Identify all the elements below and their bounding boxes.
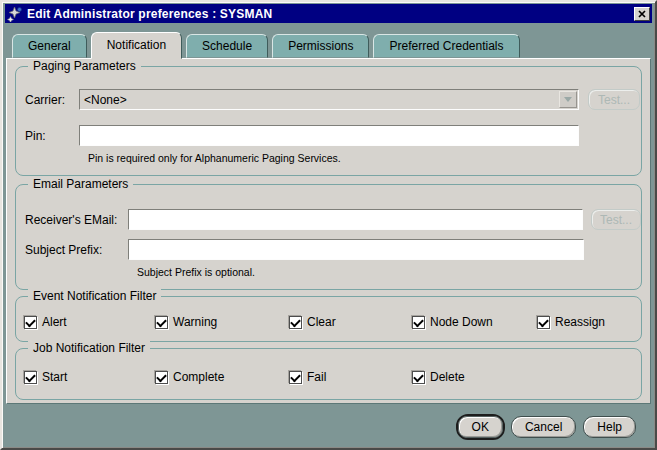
subject-prefix-label: Subject Prefix: (25, 243, 128, 257)
pin-row: Pin: (16, 125, 641, 146)
checkbox-label: Clear (307, 315, 336, 329)
tab-content-panel: Paging Parameters Carrier: <None> Test..… (6, 58, 651, 404)
checkbox-box-icon[interactable] (155, 316, 168, 329)
close-button[interactable] (634, 7, 650, 21)
checkbox-box-icon[interactable] (155, 371, 168, 384)
paging-parameters-group: Paging Parameters Carrier: <None> Test..… (15, 66, 642, 176)
paging-test-button[interactable]: Test... (588, 89, 640, 110)
checkbox-fail[interactable]: Fail (289, 370, 412, 384)
ok-default-ring: OK (456, 414, 505, 440)
checkbox-label: Warning (173, 315, 217, 329)
checkbox-delete[interactable]: Delete (412, 370, 537, 384)
paging-parameters-legend: Paging Parameters (28, 59, 141, 73)
checkbox-clear[interactable]: Clear (289, 315, 412, 329)
receiver-email-label: Receiver's EMail: (25, 213, 128, 227)
checkbox-warning[interactable]: Warning (155, 315, 289, 329)
receiver-email-row: Receiver's EMail: Test... (16, 209, 641, 230)
dialog-window: Edit Administrator preferences : SYSMAN … (0, 0, 657, 450)
tab-preferred-credentials[interactable]: Preferred Credentials (373, 34, 519, 58)
event-filter-legend: Event Notification Filter (28, 289, 161, 303)
event-notification-filter-group: Event Notification Filter Alert Warning … (15, 296, 642, 342)
help-button[interactable]: Help (583, 416, 636, 438)
checkbox-label: Complete (173, 370, 224, 384)
receiver-email-input[interactable] (128, 209, 583, 230)
pin-note: Pin is required only for Alphanumeric Pa… (88, 152, 641, 164)
app-icon (7, 6, 23, 22)
checkbox-complete[interactable]: Complete (155, 370, 289, 384)
close-icon (638, 10, 646, 18)
cancel-button[interactable]: Cancel (511, 416, 576, 438)
checkbox-label: Fail (307, 370, 326, 384)
event-filter-row: Alert Warning Clear Node Down Reassign (16, 315, 641, 329)
job-filter-legend: Job Notification Filter (28, 341, 150, 355)
job-filter-row: Start Complete Fail Delete (16, 370, 641, 384)
checkbox-reassign[interactable]: Reassign (537, 315, 605, 329)
checkbox-label: Reassign (555, 315, 605, 329)
button-bar: OK Cancel Help (2, 404, 655, 450)
carrier-label: Carrier: (25, 93, 79, 107)
window-title: Edit Administrator preferences : SYSMAN (27, 7, 272, 21)
checkbox-label: Node Down (430, 315, 493, 329)
checkbox-box-icon[interactable] (412, 316, 425, 329)
tab-schedule[interactable]: Schedule (186, 34, 268, 58)
subject-prefix-input[interactable] (128, 239, 584, 260)
carrier-row: Carrier: <None> Test... (16, 89, 641, 110)
email-parameters-legend: Email Parameters (28, 177, 133, 191)
subject-prefix-note: Subject Prefix is optional. (137, 266, 641, 278)
checkbox-box-icon[interactable] (289, 371, 302, 384)
checkbox-alert[interactable]: Alert (24, 315, 155, 329)
titlebar[interactable]: Edit Administrator preferences : SYSMAN (5, 4, 652, 23)
checkbox-node-down[interactable]: Node Down (412, 315, 537, 329)
carrier-selected-value: <None> (80, 93, 559, 107)
checkbox-start[interactable]: Start (24, 370, 155, 384)
pin-input[interactable] (79, 125, 579, 146)
tab-general[interactable]: General (12, 34, 87, 58)
checkbox-box-icon[interactable] (24, 316, 37, 329)
tab-bar: General Notification Schedule Permission… (2, 23, 655, 58)
job-notification-filter-group: Job Notification Filter Start Complete F… (15, 348, 642, 400)
ok-button[interactable]: OK (458, 416, 503, 438)
checkbox-box-icon[interactable] (24, 371, 37, 384)
checkbox-label: Alert (42, 315, 67, 329)
pin-label: Pin: (25, 129, 79, 143)
subject-prefix-row: Subject Prefix: (16, 239, 641, 260)
email-parameters-group: Email Parameters Receiver's EMail: Test.… (15, 184, 642, 290)
checkbox-box-icon[interactable] (289, 316, 302, 329)
email-test-button[interactable]: Test... (591, 209, 641, 230)
checkbox-label: Start (42, 370, 67, 384)
tab-notification[interactable]: Notification (91, 32, 182, 59)
carrier-select[interactable]: <None> (79, 89, 579, 110)
checkbox-box-icon[interactable] (537, 316, 550, 329)
checkbox-label: Delete (430, 370, 465, 384)
dropdown-arrow-icon[interactable] (559, 91, 577, 108)
tab-permissions[interactable]: Permissions (272, 34, 369, 58)
checkbox-box-icon[interactable] (412, 371, 425, 384)
